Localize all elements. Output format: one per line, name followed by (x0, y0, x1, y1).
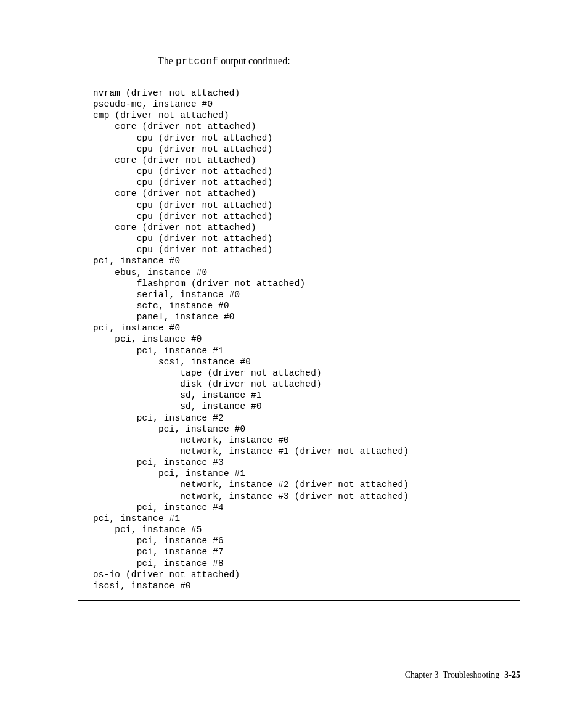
intro-line: The prtconf output continued: (158, 55, 520, 67)
footer-chapter: Chapter 3 (405, 670, 439, 679)
command-name: prtconf (176, 56, 218, 67)
code-listing: nvram (driver not attached) pseudo-mc, i… (78, 80, 520, 601)
footer-title: Troubleshooting (443, 670, 499, 679)
intro-prefix: The (158, 55, 176, 66)
intro-suffix: output continued: (218, 55, 290, 66)
page-footer: Chapter 3 Troubleshooting3-25 (405, 670, 520, 680)
footer-page-number: 3-25 (504, 670, 520, 679)
